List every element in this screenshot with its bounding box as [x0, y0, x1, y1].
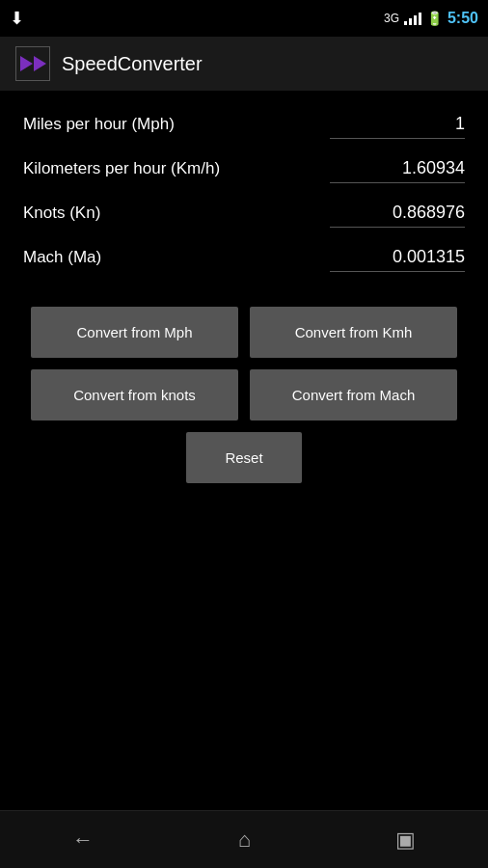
download-icon: ⬇: [10, 8, 24, 29]
convert-knots-button[interactable]: Convert from knots: [31, 369, 238, 420]
kmh-label: Kilometers per hour (Km/h): [23, 159, 330, 178]
knots-label: Knots (Kn): [23, 203, 330, 223]
mph-label: Miles per hour (Mph): [23, 115, 330, 134]
back-button[interactable]: ←: [53, 818, 113, 862]
main-content: Miles per hour (Mph) Kilometers per hour…: [0, 91, 488, 483]
convert-kmh-button[interactable]: Convert from Kmh: [250, 307, 457, 358]
convert-mph-button[interactable]: Convert from Mph: [31, 307, 238, 358]
reset-button[interactable]: Reset: [186, 432, 301, 483]
app-title: SpeedConverter: [62, 53, 203, 75]
mach-label: Mach (Ma): [23, 248, 330, 267]
knots-row: Knots (Kn): [23, 199, 465, 233]
mph-input[interactable]: [330, 110, 465, 139]
recents-button[interactable]: ▣: [376, 818, 435, 862]
signal-icon: [404, 12, 421, 25]
convert-mach-button[interactable]: Convert from Mach: [250, 369, 457, 420]
mach-row: Mach (Ma): [23, 243, 465, 278]
mph-row: Miles per hour (Mph): [23, 110, 465, 145]
status-time: 5:50: [447, 10, 478, 27]
knots-input[interactable]: [330, 199, 465, 228]
buttons-section: Convert from Mph Convert from Kmh Conver…: [23, 307, 465, 420]
battery-icon: 🔋: [426, 11, 443, 26]
kmh-input[interactable]: [330, 154, 465, 183]
app-logo-icon: [19, 56, 46, 71]
network-indicator: 3G: [384, 12, 399, 25]
bottom-nav: ← ⌂ ▣: [0, 810, 488, 868]
kmh-row: Kilometers per hour (Km/h): [23, 154, 465, 189]
reset-section: Reset: [23, 432, 465, 483]
home-button[interactable]: ⌂: [219, 818, 270, 862]
status-bar: ⬇ 3G 🔋 5:50: [0, 0, 488, 37]
app-logo: [15, 46, 50, 81]
mach-input[interactable]: [330, 243, 465, 272]
app-bar: SpeedConverter: [0, 37, 488, 91]
